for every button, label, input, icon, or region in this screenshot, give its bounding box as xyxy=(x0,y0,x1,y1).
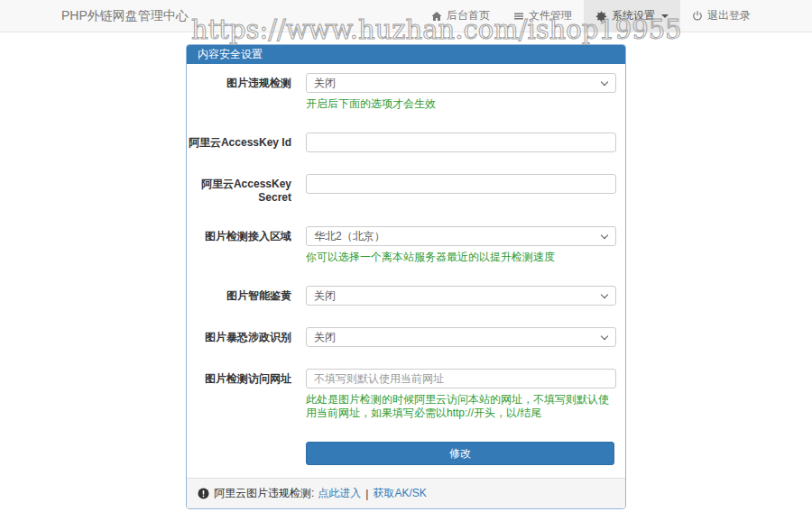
nav-item-label: 文件管理 xyxy=(529,8,572,23)
form-group-detect-region: 图片检测接入区域 华北2（北京） 你可以选择一个离本站服务器最近的以提升检测速度 xyxy=(187,226,614,264)
panel-title: 内容安全设置 xyxy=(187,45,625,64)
violation-detect-select[interactable]: 关闭 xyxy=(306,73,616,93)
power-icon xyxy=(692,10,703,22)
detect-region-select[interactable]: 华北2（北京） xyxy=(306,226,616,246)
accesskey-id-input[interactable] xyxy=(306,133,616,152)
top-navbar: PHP外链网盘管理中心 后台首页 文件管理 系统设置 退出登录 xyxy=(0,0,812,32)
field-label: 阿里云AccessKey Secret xyxy=(187,174,306,205)
footer-separator: | xyxy=(365,488,368,500)
detect-site-url-input[interactable] xyxy=(306,369,616,388)
form-group-violation-detect: 图片违规检测 关闭 开启后下面的选项才会生效 xyxy=(187,73,614,111)
nav-item-label: 系统设置 xyxy=(612,8,655,23)
accesskey-secret-input[interactable] xyxy=(306,174,616,194)
nav-item-label: 退出登录 xyxy=(707,8,751,23)
info-icon xyxy=(198,488,214,499)
form-group-terror-politics-detect: 图片暴恐涉政识别 关闭 xyxy=(187,327,614,347)
field-label: 图片违规检测 xyxy=(187,73,306,111)
form-group-detect-site-url: 图片检测访问网址 此处是图片检测的时候阿里云访问本站的网址，不填写则默认使用当前… xyxy=(187,369,614,420)
form-group-accesskey-secret: 阿里云AccessKey Secret xyxy=(187,174,614,205)
field-label: 图片检测接入区域 xyxy=(187,226,306,264)
panel-footer: 阿里云图片违规检测: 点此进入 | 获取AK/SK xyxy=(187,478,625,508)
home-icon xyxy=(431,11,442,22)
gear-icon xyxy=(595,10,607,22)
field-label: 图片智能鉴黄 xyxy=(187,286,306,306)
field-label: 阿里云AccessKey Id xyxy=(187,133,306,152)
nav-item-logout[interactable]: 退出登录 xyxy=(680,0,762,32)
terror-politics-detect-select[interactable]: 关闭 xyxy=(306,327,616,347)
field-hint: 开启后下面的选项才会生效 xyxy=(306,97,616,111)
settings-form: 图片违规检测 关闭 开启后下面的选项才会生效 阿里云AccessKey Id 阿… xyxy=(187,64,625,478)
nav-item-label: 后台首页 xyxy=(447,8,490,23)
navbar-menu: 后台首页 文件管理 系统设置 退出登录 xyxy=(420,0,762,32)
field-hint: 你可以选择一个离本站服务器最近的以提升检测速度 xyxy=(306,251,616,264)
field-hint: 此处是图片检测的时候阿里云访问本站的网址，不填写则默认使用当前网址，如果填写必需… xyxy=(306,393,616,420)
chevron-down-icon xyxy=(661,14,669,18)
enter-link[interactable]: 点此进入 xyxy=(318,486,361,501)
nav-item-admin-home[interactable]: 后台首页 xyxy=(420,0,502,32)
nav-item-system-settings[interactable]: 系统设置 xyxy=(584,0,680,32)
form-group-accesskey-id: 阿里云AccessKey Id xyxy=(187,133,614,152)
nav-item-file-manage[interactable]: 文件管理 xyxy=(502,0,584,32)
submit-button[interactable]: 修改 xyxy=(306,442,614,465)
brand-title[interactable]: PHP外链网盘管理中心 xyxy=(61,0,189,32)
get-aksk-link[interactable]: 获取AK/SK xyxy=(373,486,426,501)
form-group-porn-detect: 图片智能鉴黄 关闭 xyxy=(187,286,614,306)
list-icon xyxy=(513,11,524,22)
content-security-panel: 内容安全设置 图片违规检测 关闭 开启后下面的选项才会生效 阿里云AccessK… xyxy=(186,44,626,509)
porn-detect-select[interactable]: 关闭 xyxy=(306,286,616,306)
field-label: 图片检测访问网址 xyxy=(187,369,306,420)
field-label: 图片暴恐涉政识别 xyxy=(187,327,306,347)
footer-text: 阿里云图片违规检测: xyxy=(214,486,314,501)
